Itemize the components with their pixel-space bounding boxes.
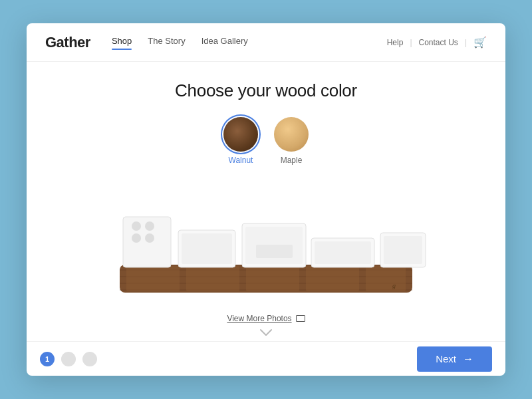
next-label: Next: [436, 353, 456, 364]
gallery-icon: [296, 315, 305, 322]
product-area: g: [40, 178, 492, 311]
swatch-maple-label: Maple: [281, 156, 303, 165]
nav-story[interactable]: The Story: [148, 36, 185, 49]
step-dot-3: [82, 352, 97, 366]
svg-point-14: [145, 233, 154, 243]
arrow-right-icon: →: [463, 353, 473, 365]
svg-point-13: [132, 233, 141, 243]
nav-right: Help | Contact Us | 🛒: [387, 36, 487, 49]
bottom-bar: 1 Next →: [27, 341, 505, 376]
page-title: Choose your wood color: [175, 80, 357, 101]
step-dots: 1: [40, 352, 97, 366]
color-swatches: Walnut Maple: [223, 117, 309, 165]
nav-links: Shop The Story Idea Gallery: [112, 36, 387, 49]
svg-rect-23: [384, 236, 422, 264]
app-window: Gather Shop The Story Idea Gallery Help …: [27, 23, 505, 376]
svg-rect-16: [182, 233, 232, 264]
logo: Gather: [45, 34, 90, 51]
swatch-walnut-circle[interactable]: [223, 117, 258, 152]
swatch-walnut-label: Walnut: [229, 156, 253, 165]
contact-link[interactable]: Contact Us: [419, 38, 458, 47]
main-content: Choose your wood color Walnut Maple: [27, 62, 505, 341]
svg-rect-21: [315, 241, 371, 264]
nav-shop[interactable]: Shop: [112, 36, 132, 49]
svg-point-12: [145, 221, 154, 231]
svg-point-11: [132, 221, 141, 231]
chevron-down[interactable]: [259, 329, 273, 336]
svg-rect-19: [256, 245, 293, 258]
navbar: Gather Shop The Story Idea Gallery Help …: [27, 23, 505, 62]
swatch-walnut[interactable]: Walnut: [223, 117, 258, 165]
step-dot-2: [61, 352, 76, 366]
nav-gallery[interactable]: Idea Gallery: [201, 36, 248, 49]
step-dot-1: 1: [40, 352, 55, 366]
chevron-down-icon: [259, 329, 273, 336]
divider2: |: [465, 38, 467, 47]
view-more-label: View More Photos: [227, 314, 291, 323]
svg-rect-5: [126, 266, 180, 291]
view-more-photos[interactable]: View More Photos: [227, 314, 305, 323]
next-button[interactable]: Next →: [417, 346, 492, 372]
cart-icon[interactable]: 🛒: [473, 36, 487, 49]
svg-rect-7: [246, 266, 299, 291]
svg-rect-8: [306, 266, 359, 291]
svg-rect-6: [186, 266, 239, 291]
help-link[interactable]: Help: [387, 38, 404, 47]
product-image: g: [93, 178, 439, 311]
swatch-maple-circle[interactable]: [274, 117, 309, 152]
svg-text:g: g: [392, 282, 396, 289]
svg-rect-9: [366, 266, 406, 291]
swatch-maple[interactable]: Maple: [274, 117, 309, 165]
divider: |: [410, 38, 412, 47]
